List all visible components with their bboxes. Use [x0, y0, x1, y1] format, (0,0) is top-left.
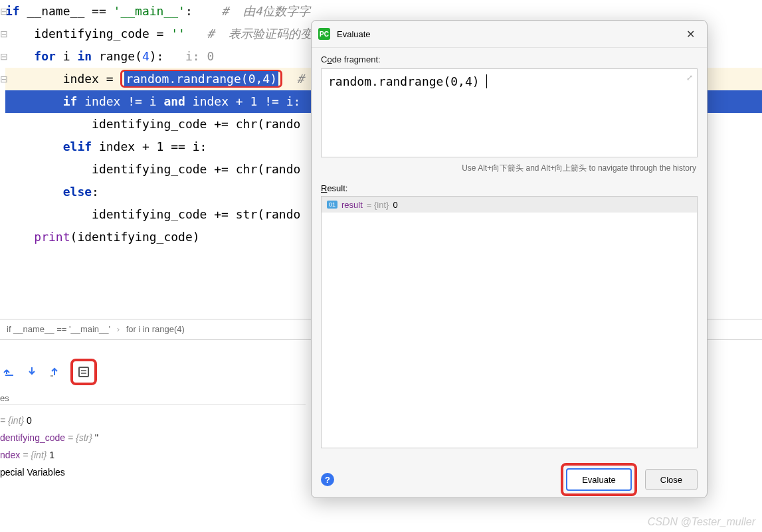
result-label: Result: [321, 183, 698, 193]
evaluate-button[interactable]: Evaluate [566, 468, 632, 491]
breadcrumb-item[interactable]: if __name__ == '__main__' [7, 324, 110, 334]
variable-row[interactable]: dentifying_code = {str} '' [0, 429, 98, 446]
breadcrumb-item[interactable]: for i in range(4) [126, 324, 185, 334]
close-button[interactable]: Close [645, 469, 698, 490]
variable-row[interactable]: ndex = {int} 1 [0, 446, 98, 464]
pycharm-icon: PC [318, 28, 330, 40]
variables-panel-header: es [0, 392, 306, 405]
expand-icon[interactable]: ⤢ [686, 73, 693, 82]
type-badge: 01 [327, 201, 337, 209]
step-into-icon[interactable] [25, 365, 39, 379]
variables-panel[interactable]: = {int} 0 dentifying_code = {str} '' nde… [0, 412, 98, 481]
svg-rect-0 [5, 375, 13, 376]
breadcrumb-separator: › [117, 324, 120, 334]
evaluate-dialog: PC Evaluate ✕ Code fragment: random.rand… [311, 20, 708, 498]
selected-expression[interactable]: random.randrange(0,4) [124, 71, 278, 86]
step-out-icon[interactable] [48, 365, 61, 379]
fragment-label: Code fragment: [321, 54, 698, 64]
evaluate-button-highlight: Evaluate [561, 463, 637, 496]
watermark: CSDN @Tester_muller [648, 516, 755, 528]
evaluate-expression-icon[interactable] [77, 365, 90, 379]
debug-toolbar [0, 359, 97, 385]
code-fragment-input[interactable]: random.randrange(0,4) ⤢ [321, 68, 698, 157]
dialog-footer: ? Evaluate Close [312, 462, 707, 497]
special-variables[interactable]: pecial Variables [0, 464, 98, 481]
help-icon[interactable]: ? [321, 473, 334, 486]
svg-rect-1 [79, 367, 88, 377]
dialog-titlebar[interactable]: PC Evaluate ✕ [312, 21, 707, 48]
navigation-hint: Use Alt+向下箭头 and Alt+向上箭头 to navigate th… [321, 163, 696, 174]
dialog-title: Evaluate [337, 29, 371, 39]
variable-row[interactable]: = {int} 0 [0, 412, 98, 429]
evaluate-expression-highlight [70, 359, 97, 385]
close-icon[interactable]: ✕ [681, 25, 700, 43]
fold-column: ⊟⊟⊟⊟ [0, 0, 8, 90]
step-over-icon[interactable] [3, 365, 16, 379]
result-panel[interactable]: 01 result = {int} 0 [321, 196, 698, 448]
result-row[interactable]: 01 result = {int} 0 [322, 197, 697, 213]
